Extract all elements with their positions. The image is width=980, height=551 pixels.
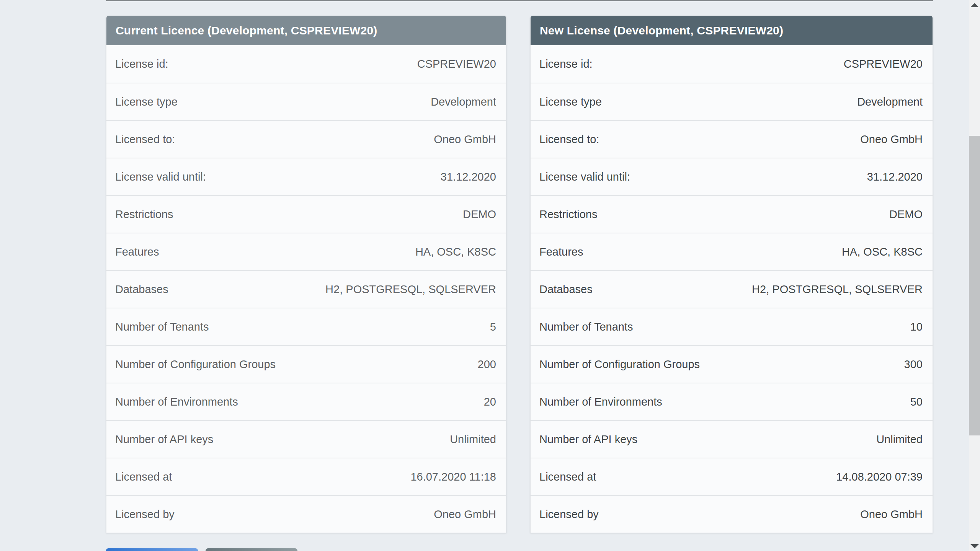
license-row: Licensed to:Oneo GmbH: [531, 120, 933, 158]
action-button-row: [106, 548, 297, 551]
row-label: Licensed by: [115, 508, 175, 521]
row-label: License id:: [539, 58, 593, 70]
row-value: Unlimited: [450, 433, 496, 446]
row-label: License valid until:: [539, 171, 630, 183]
row-label: Databases: [115, 283, 168, 296]
primary-action-button[interactable]: [106, 548, 198, 551]
row-label: Number of Configuration Groups: [539, 358, 700, 371]
row-value: HA, OSC, K8SC: [842, 246, 923, 258]
row-value: 16.07.2020 11:18: [410, 471, 496, 483]
license-row: Number of API keysUnlimited: [106, 420, 506, 458]
secondary-action-button[interactable]: [206, 548, 297, 551]
row-value: H2, POSTGRESQL, SQLSERVER: [752, 283, 923, 296]
license-row: License id:CSPREVIEW20: [106, 45, 506, 83]
row-value: DEMO: [889, 208, 923, 221]
row-label: Number of API keys: [539, 433, 637, 446]
license-row: License valid until:31.12.2020: [106, 158, 506, 195]
row-value: 5: [490, 321, 496, 333]
scroll-up-icon[interactable]: [970, 3, 979, 7]
row-label: Features: [539, 246, 583, 258]
row-label: Number of Tenants: [539, 321, 633, 333]
license-row: Number of Tenants10: [531, 308, 933, 345]
scrollbar-thumb[interactable]: [969, 136, 980, 435]
license-row: Number of Configuration Groups300: [531, 345, 933, 383]
license-row: Licensed at16.07.2020 11:18: [106, 458, 506, 495]
row-value: Oneo GmbH: [860, 508, 923, 521]
row-label: License id:: [115, 58, 168, 70]
row-label: Licensed by: [539, 508, 599, 521]
row-value: DEMO: [463, 208, 496, 221]
license-row: FeaturesHA, OSC, K8SC: [531, 233, 933, 270]
license-row: Number of Environments50: [531, 383, 933, 420]
row-value: CSPREVIEW20: [417, 58, 496, 70]
row-value: H2, POSTGRESQL, SQLSERVER: [325, 283, 496, 296]
row-value: Development: [431, 96, 496, 108]
row-value: CSPREVIEW20: [844, 58, 923, 70]
row-value: 20: [484, 396, 496, 408]
license-row: Number of Configuration Groups200: [106, 345, 506, 383]
license-row: Number of Tenants5: [106, 308, 506, 345]
license-row: RestrictionsDEMO: [106, 195, 506, 233]
row-label: Number of Tenants: [115, 321, 209, 333]
row-value: Oneo GmbH: [434, 133, 496, 146]
row-label: Features: [115, 246, 159, 258]
row-value: 10: [910, 321, 923, 333]
row-label: Number of Environments: [539, 396, 662, 408]
row-value: Unlimited: [876, 433, 923, 446]
row-label: Databases: [539, 283, 593, 296]
license-row: Licensed at14.08.2020 07:39: [531, 458, 933, 495]
new-license-header: New License (Development, CSPREVIEW20): [531, 16, 933, 45]
row-label: Number of Configuration Groups: [115, 358, 276, 371]
top-divider: [106, 0, 933, 1]
license-row: Number of API keysUnlimited: [531, 420, 933, 458]
license-row: License typeDevelopment: [106, 83, 506, 120]
license-row: RestrictionsDEMO: [531, 195, 933, 233]
license-row: License id:CSPREVIEW20: [531, 45, 933, 83]
row-label: License valid until:: [115, 171, 206, 183]
row-label: Licensed to:: [539, 133, 599, 146]
row-label: Licensed to:: [115, 133, 175, 146]
row-label: Number of API keys: [115, 433, 213, 446]
license-row: DatabasesH2, POSTGRESQL, SQLSERVER: [106, 270, 506, 308]
row-value: 14.08.2020 07:39: [836, 471, 923, 483]
scroll-down-icon[interactable]: [970, 544, 979, 548]
row-label: Number of Environments: [115, 396, 238, 408]
license-row: License valid until:31.12.2020: [531, 158, 933, 195]
row-value: 31.12.2020: [867, 171, 923, 183]
new-license-table: License id:CSPREVIEW20License typeDevelo…: [531, 45, 933, 533]
row-label: License type: [115, 96, 178, 108]
license-row: Number of Environments20: [106, 383, 506, 420]
current-license-table: License id:CSPREVIEW20License typeDevelo…: [106, 45, 506, 533]
row-label: Licensed at: [539, 471, 596, 483]
row-value: HA, OSC, K8SC: [415, 246, 496, 258]
row-label: Licensed at: [115, 471, 172, 483]
license-row: Licensed byOneo GmbH: [106, 495, 506, 533]
license-row: License typeDevelopment: [531, 83, 933, 120]
row-label: Restrictions: [539, 208, 598, 221]
license-row: Licensed byOneo GmbH: [531, 495, 933, 533]
row-value: Oneo GmbH: [860, 133, 923, 146]
license-row: FeaturesHA, OSC, K8SC: [106, 233, 506, 270]
license-row: Licensed to:Oneo GmbH: [106, 120, 506, 158]
license-row: DatabasesH2, POSTGRESQL, SQLSERVER: [531, 270, 933, 308]
new-license-title: New License (Development, CSPREVIEW20): [540, 24, 783, 37]
current-license-title: Current Licence (Development, CSPREVIEW2…: [116, 24, 377, 37]
row-label: Restrictions: [115, 208, 173, 221]
new-license-panel: New License (Development, CSPREVIEW20) L…: [530, 16, 933, 533]
row-value: 31.12.2020: [441, 171, 496, 183]
current-license-panel: Current Licence (Development, CSPREVIEW2…: [106, 16, 506, 533]
row-label: License type: [539, 96, 602, 108]
current-license-header: Current Licence (Development, CSPREVIEW2…: [106, 16, 506, 45]
vertical-scrollbar[interactable]: [969, 0, 980, 551]
row-value: 200: [478, 358, 496, 371]
row-value: Oneo GmbH: [434, 508, 496, 521]
row-value: Development: [857, 96, 923, 108]
row-value: 50: [910, 396, 923, 408]
row-value: 300: [904, 358, 923, 371]
